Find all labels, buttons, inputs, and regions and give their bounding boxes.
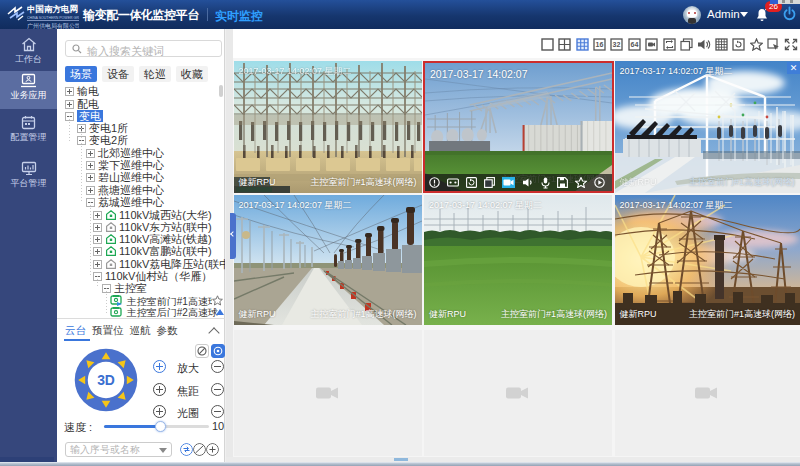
svg-text:16: 16 <box>596 41 604 48</box>
svg-text:3D: 3D <box>97 372 115 388</box>
svg-text:32: 32 <box>613 41 621 48</box>
svg-text:64: 64 <box>631 41 639 48</box>
